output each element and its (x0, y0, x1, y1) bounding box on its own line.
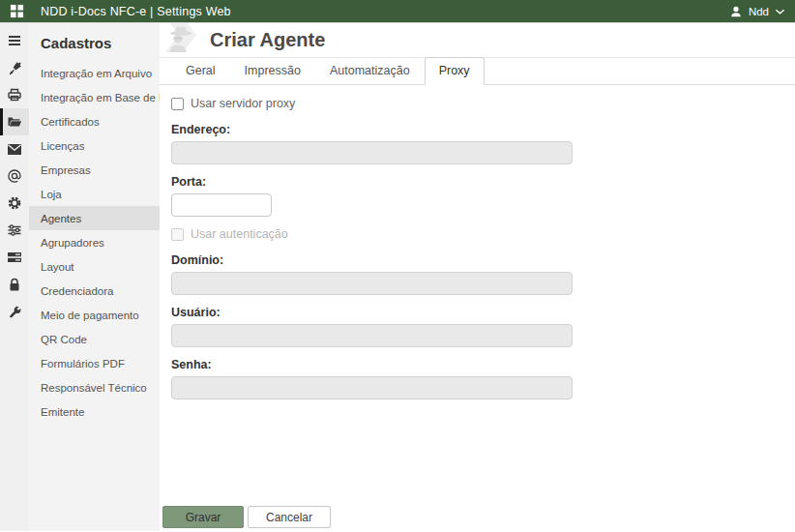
plug-icon[interactable] (0, 54, 29, 81)
porta-label: Porta: (171, 175, 585, 189)
usuario-label: Usuário: (171, 306, 585, 319)
icon-rail (0, 23, 29, 531)
sidebar-item-responsavel-tecnico[interactable]: Responsável Técnico (29, 375, 160, 399)
senha-label: Senha: (171, 358, 585, 371)
sidebar-item-emitente[interactable]: Emitente (29, 399, 160, 424)
use-proxy-label: Usar servidor proxy (191, 97, 295, 110)
endereco-field: Endereço: (171, 123, 585, 164)
sidebar-item-loja[interactable]: Loja (29, 182, 160, 206)
sidebar-heading: Cadastros (29, 29, 160, 61)
tab-impressao[interactable]: Impressão (230, 57, 315, 85)
envelope-icon[interactable] (0, 135, 29, 163)
dominio-field: Domínio: (171, 253, 585, 295)
sidebar-item-layout[interactable]: Layout (29, 254, 160, 279)
sidebar-item-integracao-arquivo[interactable]: Integração em Arquivo (29, 61, 160, 85)
dominio-input[interactable] (171, 272, 573, 295)
sidebar-item-certificados[interactable]: Certificados (29, 109, 160, 133)
user-icon (729, 5, 743, 18)
endereco-input[interactable] (171, 141, 573, 164)
tab-automatizacao[interactable]: Automatização (315, 57, 425, 85)
sidebar-cadastros: Cadastros Integração em Arquivo Integraç… (29, 23, 160, 531)
proxy-form: Usar servidor proxy Endereço: Porta: Usa… (160, 85, 585, 399)
page-title: Criar Agente (210, 29, 325, 51)
senha-field: Senha: (171, 358, 585, 399)
use-auth-label: Usar autenticação (191, 227, 288, 241)
sidebar-item-qr-code[interactable]: QR Code (29, 327, 160, 351)
gear-icon[interactable] (0, 190, 29, 217)
user-menu[interactable]: Ndd (729, 5, 785, 18)
sidebar-item-agentes[interactable]: Agentes (29, 206, 160, 230)
sidebar-item-licencas[interactable]: Licenças (29, 133, 160, 158)
use-auth-checkbox-row: Usar autenticação (171, 227, 585, 241)
folder-open-icon[interactable] (0, 108, 29, 135)
server-icon[interactable] (0, 244, 29, 271)
page-header: Criar Agente (160, 23, 795, 58)
tab-bar: Geral Impressão Automatização Proxy (160, 58, 795, 85)
porta-field: Porta: (171, 175, 585, 217)
spy-agent-icon (160, 23, 202, 58)
tab-geral[interactable]: Geral (171, 57, 230, 85)
main-content: Criar Agente Geral Impressão Automatizaç… (160, 23, 795, 531)
at-sign-icon[interactable] (0, 163, 29, 190)
printer-icon[interactable] (0, 81, 29, 108)
endereco-label: Endereço: (171, 123, 585, 136)
sliders-icon[interactable] (0, 217, 29, 244)
sidebar-item-credenciadora[interactable]: Credenciadora (29, 279, 160, 303)
dominio-label: Domínio: (171, 253, 585, 267)
form-actions: Gravar Cancelar (162, 506, 331, 528)
chevron-down-icon (775, 8, 785, 15)
save-button[interactable]: Gravar (162, 506, 244, 528)
usuario-field: Usuário: (171, 306, 585, 347)
use-proxy-checkbox-row[interactable]: Usar servidor proxy (171, 97, 585, 110)
sidebar-item-empresas[interactable]: Empresas (29, 158, 160, 182)
sidebar-item-agrupadores[interactable]: Agrupadores (29, 230, 160, 254)
senha-input[interactable] (171, 376, 573, 399)
apps-grid-icon[interactable] (10, 3, 31, 20)
sidebar-item-meio-pagamento[interactable]: Meio de pagamento (29, 303, 160, 327)
menu-icon[interactable] (0, 27, 29, 54)
porta-input[interactable] (171, 193, 272, 217)
cancel-button[interactable]: Cancelar (248, 506, 331, 528)
app-title: NDD i-Docs NFC-e | Settings Web (41, 5, 231, 18)
tab-proxy[interactable]: Proxy (425, 57, 485, 85)
use-proxy-checkbox[interactable] (171, 98, 184, 110)
wrench-icon[interactable] (0, 298, 29, 325)
sidebar-item-integracao-base-dados[interactable]: Integração em Base de Dados (29, 85, 160, 109)
usuario-input[interactable] (171, 324, 573, 347)
top-bar: NDD i-Docs NFC-e | Settings Web Ndd (0, 0, 795, 23)
use-auth-checkbox[interactable] (171, 228, 184, 241)
lock-icon[interactable] (0, 271, 29, 298)
user-name: Ndd (749, 6, 769, 17)
sidebar-item-formularios-pdf[interactable]: Formulários PDF (29, 351, 160, 375)
